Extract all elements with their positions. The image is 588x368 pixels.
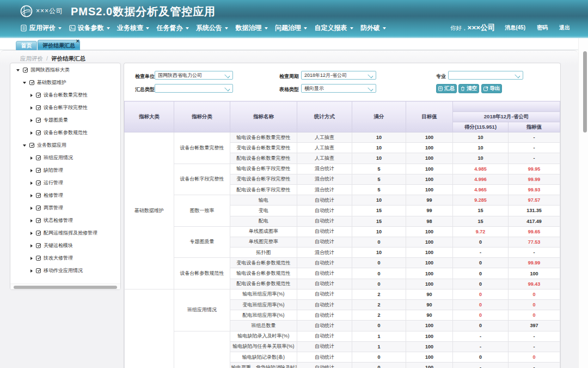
page-scrollbar-thumb[interactable] bbox=[583, 51, 587, 132]
tree-checkbox[interactable] bbox=[36, 218, 41, 223]
tree-checkbox[interactable] bbox=[36, 130, 41, 135]
tree-collapse-icon[interactable] bbox=[30, 194, 33, 197]
tab-close-icon[interactable]: × bbox=[76, 38, 79, 44]
clear-button[interactable]: 清空 bbox=[458, 84, 479, 93]
tree-checkbox[interactable] bbox=[36, 256, 41, 261]
nav-item-5[interactable]: 数据治理 bbox=[236, 23, 268, 33]
tree-item-11[interactable]: 两票管理 bbox=[10, 202, 120, 214]
nav-item-6[interactable]: 问题治理 bbox=[275, 23, 307, 33]
summarize-doc-icon bbox=[438, 86, 443, 91]
method-cell: 自动统计 bbox=[297, 268, 352, 279]
breadcrumb-parent[interactable]: 应用评价 bbox=[20, 55, 43, 62]
method-cell: 混合统计 bbox=[297, 184, 352, 195]
check-unit-label: 检查单位 bbox=[135, 73, 155, 80]
nav-item-2[interactable]: 业务核查 bbox=[117, 23, 149, 33]
nav-item-1[interactable]: 设备参数 bbox=[69, 23, 110, 33]
nav-item-4[interactable]: 系统公告 bbox=[196, 23, 228, 33]
tree-collapse-icon[interactable] bbox=[30, 219, 33, 222]
value-cell: 397 bbox=[509, 321, 560, 331]
tree-item-2[interactable]: 设备台帐数量完整性 bbox=[10, 89, 120, 101]
tree-item-5[interactable]: 设备台帐参数规范性 bbox=[10, 126, 120, 139]
tree-item-10[interactable]: 检修管理 bbox=[10, 189, 120, 202]
user-bar: 你好，×××公司 消息(45) 密码 退出 bbox=[450, 22, 570, 34]
chevron-down-icon bbox=[224, 86, 230, 91]
tree-collapse-icon[interactable] bbox=[30, 169, 33, 172]
tree-item-9[interactable]: 运行管理 bbox=[10, 177, 120, 189]
tree-checkbox[interactable] bbox=[29, 80, 34, 85]
value-cell: - bbox=[509, 341, 560, 352]
check-period-select[interactable]: 2018年12月-省公司 bbox=[301, 71, 376, 80]
tree-item-1[interactable]: 基础数据维护 bbox=[10, 76, 120, 89]
page-vertical-scrollbar[interactable] bbox=[578, 38, 588, 368]
tree-checkbox[interactable] bbox=[36, 231, 41, 236]
tree-item-3[interactable]: 设备台帐字段完整性 bbox=[10, 101, 120, 114]
tree-item-label: 关键运检模块 bbox=[44, 242, 73, 249]
table-type-label: 表格类型 bbox=[279, 86, 299, 93]
messages-link[interactable]: 消息(45) bbox=[505, 24, 525, 32]
tree-checkbox[interactable] bbox=[36, 268, 41, 273]
full-score-cell: 2 bbox=[352, 310, 406, 321]
tree-item-15[interactable]: 技改大修管理 bbox=[10, 252, 120, 264]
tree-checkbox[interactable] bbox=[36, 118, 41, 123]
tree-checkbox[interactable] bbox=[36, 105, 41, 110]
target-cell: 100 bbox=[406, 184, 453, 195]
tab-home[interactable]: 首页 bbox=[16, 41, 37, 50]
tree-collapse-icon[interactable] bbox=[30, 257, 33, 260]
tree-checkbox[interactable] bbox=[36, 93, 41, 98]
tree-collapse-icon[interactable] bbox=[30, 131, 33, 135]
tree-item-16[interactable]: 移动作业应用情况 bbox=[10, 264, 120, 277]
table-type-select[interactable]: 横向显示 bbox=[301, 84, 376, 93]
tree-item-12[interactable]: 状态检修管理 bbox=[10, 214, 120, 227]
nav-item-7[interactable]: 自定义报表 bbox=[315, 23, 353, 33]
tree-item-14[interactable]: 关键运检模块 bbox=[10, 239, 120, 252]
tree-expand-icon[interactable] bbox=[23, 82, 26, 84]
tree-checkbox[interactable] bbox=[36, 206, 41, 210]
tree-item-13[interactable]: 配网运维指挥及抢修管理 bbox=[10, 227, 120, 239]
specialty-select[interactable] bbox=[448, 71, 523, 80]
tree-collapse-icon[interactable] bbox=[30, 269, 33, 273]
tree-item-0[interactable]: 国网陕西指标大类 bbox=[10, 64, 120, 76]
tree-collapse-icon[interactable] bbox=[30, 182, 33, 185]
tree-expand-icon[interactable] bbox=[16, 69, 20, 71]
target-cell: 100 bbox=[406, 226, 453, 237]
method-cell: 混合统计 bbox=[297, 174, 352, 184]
nav-item-0[interactable]: 应用评价 bbox=[21, 23, 62, 33]
tree-collapse-icon[interactable] bbox=[30, 244, 33, 248]
tree-item-6[interactable]: 业务数据应用 bbox=[10, 139, 120, 152]
check-unit-select[interactable]: 国网陕西省电力公司 bbox=[155, 71, 233, 80]
tab-evaluation-summary[interactable]: 评价结果汇总× bbox=[38, 40, 80, 50]
tree-expand-icon[interactable] bbox=[23, 144, 26, 147]
indicator-name-cell: 单线图成图率 bbox=[230, 226, 297, 237]
sidebar-horizontal-scrollbar[interactable] bbox=[10, 283, 120, 289]
tree-collapse-icon[interactable] bbox=[30, 156, 33, 160]
tree-checkbox[interactable] bbox=[23, 68, 28, 73]
tree-item-8[interactable]: 缺陷管理 bbox=[10, 164, 120, 177]
tree-collapse-icon[interactable] bbox=[30, 106, 33, 110]
summarize-button[interactable]: 汇总 bbox=[436, 84, 457, 93]
tree-checkbox[interactable] bbox=[36, 180, 41, 185]
export-button[interactable]: 导出 bbox=[481, 84, 502, 93]
tree-checkbox[interactable] bbox=[36, 168, 41, 173]
tree-checkbox[interactable] bbox=[36, 155, 41, 160]
tree-collapse-icon[interactable] bbox=[30, 94, 33, 97]
tree-checkbox[interactable] bbox=[36, 243, 41, 248]
target-cell: 100 bbox=[406, 363, 453, 368]
logout-link[interactable]: 退出 bbox=[559, 24, 570, 32]
summary-type-select[interactable] bbox=[155, 84, 233, 93]
target-cell: 100 bbox=[406, 352, 453, 362]
target-cell: 100 bbox=[406, 331, 453, 341]
tree-checkbox[interactable] bbox=[29, 143, 34, 148]
button-label: 清空 bbox=[467, 85, 477, 92]
tree-item-4[interactable]: 专题图质量 bbox=[10, 114, 120, 126]
password-link[interactable]: 密码 bbox=[537, 24, 548, 32]
period-header: 2018年12月-省公司 bbox=[453, 112, 560, 122]
tree-collapse-icon[interactable] bbox=[30, 232, 33, 235]
indicator-name-cell: 配电设备台帐字段完整性 bbox=[230, 184, 297, 195]
tree-collapse-icon[interactable] bbox=[30, 207, 33, 210]
tree-collapse-icon[interactable] bbox=[30, 119, 33, 122]
nav-item-3[interactable]: 任务督办 bbox=[157, 23, 189, 33]
nav-item-8[interactable]: 防外破 bbox=[360, 23, 386, 33]
tree-checkbox[interactable] bbox=[36, 193, 41, 198]
tree-item-7[interactable]: 班组应用情况 bbox=[10, 152, 120, 164]
sidebar-scrollbar-thumb[interactable] bbox=[14, 286, 117, 289]
